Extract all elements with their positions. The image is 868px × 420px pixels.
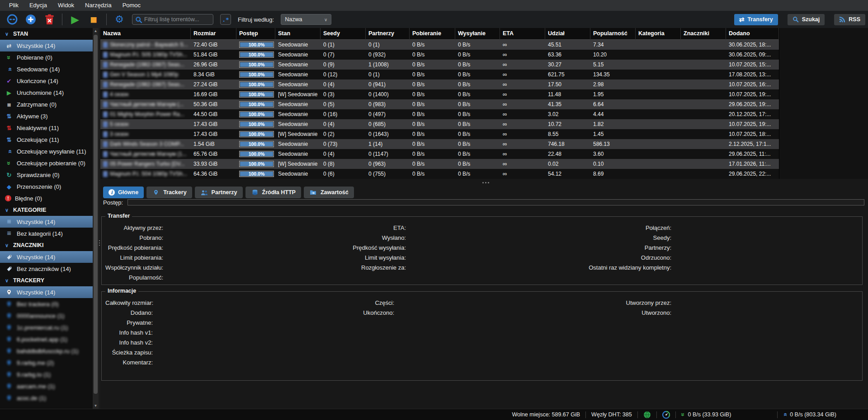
sidebar-item[interactable]: ≡Bez kategorii (14) bbox=[0, 228, 93, 239]
add-torrent-file-button[interactable] bbox=[25, 14, 37, 25]
sidebar-item[interactable]: ✔Ukończone (14) bbox=[0, 75, 93, 87]
torrent-row[interactable]: Słoneczny patrol - Baywatch S...72.40 Gi… bbox=[100, 40, 779, 50]
scrollbar-thumb[interactable] bbox=[94, 35, 98, 394]
add-torrent-link-button[interactable] bbox=[6, 14, 18, 25]
sidebar-item[interactable]: ⇅Aktywne (3) bbox=[0, 110, 93, 122]
torrent-row[interactable]: Magnum P.I. S04 1080p TVSh...64.36 GiB10… bbox=[100, 169, 779, 179]
column-header-eta[interactable]: ETA bbox=[500, 28, 545, 40]
torrent-row[interactable]: Renegade (1982-1987) Seas...26.96 GiB100… bbox=[100, 60, 779, 70]
column-header-nazwa[interactable]: Nazwa bbox=[100, 28, 191, 40]
torrent-row[interactable]: 05 Power Rangers Turbo [DV...33.93 GiB10… bbox=[100, 159, 779, 169]
column-header-dodano[interactable]: Dodano bbox=[726, 28, 779, 40]
sidebar-item[interactable]: ⇅Oczekujące (11) bbox=[0, 134, 93, 145]
column-header-partnerzy[interactable]: Partnerzy bbox=[366, 28, 410, 40]
torrent-row[interactable]: Частный детектив Магнум (1...65.76 GiB10… bbox=[100, 149, 779, 159]
column-header-rozmiar[interactable]: Rozmiar bbox=[191, 28, 236, 40]
column-header-kategoria[interactable]: Kategoria bbox=[636, 28, 681, 40]
column-header-seedy[interactable]: Seedy bbox=[321, 28, 366, 40]
scroll-down-icon[interactable]: ▼ bbox=[93, 404, 99, 408]
search-view-label: Szukaj bbox=[802, 16, 820, 23]
column-header-popularność[interactable]: Popularność bbox=[590, 28, 636, 40]
torrent-row[interactable]: 3 сезон17.43 GiB100.0%[W] Seedowanie0 (2… bbox=[100, 129, 779, 139]
torrent-row[interactable]: 4 сезон16.69 GiB100.0%[W] Seedowanie0 (3… bbox=[100, 89, 779, 99]
sidebar-item[interactable]: ◆Przenoszenie (0) bbox=[0, 181, 93, 192]
detail-label: Prędkość wysyłania: bbox=[270, 243, 406, 253]
connection-status-icon[interactable] bbox=[643, 411, 651, 419]
sidebar-item[interactable]: bahddbdbfuscckp.ru (1) bbox=[0, 345, 93, 357]
sidebar-item[interactable]: 6.pocketnet.app (1) bbox=[0, 333, 93, 345]
column-header-postęp[interactable]: Postęp bbox=[236, 28, 275, 40]
stop-torrents-button[interactable]: ■ bbox=[88, 14, 99, 25]
sidebar-item[interactable]: acoc.de (1) bbox=[0, 392, 93, 404]
download-speed-status[interactable]: » 0 B/s (33.93 GiB) bbox=[681, 411, 731, 418]
sidebar-item[interactable]: ⇅Nieaktywne (11) bbox=[0, 122, 93, 134]
tab-trackery[interactable]: Trackery bbox=[146, 187, 192, 198]
sidebar-item[interactable]: »Oczekujące pobieranie (0) bbox=[0, 157, 93, 169]
sidebar-item[interactable]: ≡Wszystkie (14) bbox=[0, 216, 93, 228]
torrent-row[interactable]: 5 сезон17.43 GiB100.0%Seedowanie0 (4)0 (… bbox=[100, 119, 779, 129]
filter-by-select[interactable]: Nazwa ∨ bbox=[281, 14, 331, 25]
tab-główne[interactable]: iGłówne bbox=[103, 187, 144, 198]
menu-item-pomoc[interactable]: Pomoc bbox=[117, 0, 146, 11]
cell-ratio: 63.36 bbox=[545, 50, 590, 60]
sidebar-item[interactable]: ⇄Wszystkie (14) bbox=[0, 40, 93, 51]
start-torrents-button[interactable]: ▶ bbox=[69, 14, 81, 25]
tab-partnerzy[interactable]: Partnerzy bbox=[195, 187, 243, 198]
moving-icon: ◆ bbox=[5, 183, 13, 190]
column-header-pobieranie[interactable]: Pobieranie bbox=[410, 28, 455, 40]
torrent-row[interactable]: 01 Mighty Morphin Power Ra...44.50 GiB10… bbox=[100, 109, 779, 119]
torrent-row[interactable]: Renegade (1982-1987) Seas...27.24 GiB100… bbox=[100, 79, 779, 89]
tab-źródła-http[interactable]: Źródła HTTP bbox=[245, 187, 301, 198]
torrent-filter-input[interactable] bbox=[144, 16, 210, 23]
sidebar-item[interactable]: !Błędne (0) bbox=[0, 192, 93, 204]
cell-name: Gen V Season 1 Mp4 1080p bbox=[100, 70, 191, 79]
qbittorrent-window: PlikEdycjaWidokNarzędziaPomoc ▶ ■ ⚙ .* F… bbox=[0, 0, 868, 420]
sidebar-item[interactable]: 0000announce (1) bbox=[0, 310, 93, 322]
upload-speed-status[interactable]: » 0 B/s (803.34 GiB) bbox=[783, 411, 836, 418]
sidebar-item[interactable]: ↻Sprawdzanie (0) bbox=[0, 169, 93, 181]
rss-view-button[interactable]: RSS bbox=[834, 14, 865, 25]
options-button[interactable]: ⚙ bbox=[113, 14, 125, 25]
menu-item-plik[interactable]: Plik bbox=[4, 0, 24, 11]
column-header-udział[interactable]: Udział bbox=[545, 28, 590, 40]
column-header-stan[interactable]: Stan bbox=[275, 28, 321, 40]
sidebar-section-trackery[interactable]: ∨TRACKERY bbox=[0, 275, 93, 286]
delete-torrent-button[interactable] bbox=[43, 14, 55, 25]
cell-up-speed: 0 B/s bbox=[455, 159, 500, 169]
menu-item-narzędzia[interactable]: Narzędzia bbox=[80, 0, 117, 11]
filter-pattern-toggle[interactable]: .* bbox=[220, 14, 231, 25]
menu-item-widok[interactable]: Widok bbox=[52, 0, 80, 11]
sidebar-item[interactable]: aarcam.me (1) bbox=[0, 380, 93, 392]
sidebar-item[interactable]: 9.rarbg.to (1) bbox=[0, 369, 93, 380]
sidebar-item-label: Bez kategorii (14) bbox=[17, 230, 63, 237]
sidebar-item[interactable]: Wszystkie (14) bbox=[0, 251, 93, 263]
scroll-up-icon[interactable]: ▲ bbox=[93, 29, 99, 33]
search-view-button[interactable]: Szukaj bbox=[788, 14, 825, 25]
menu-item-edycja[interactable]: Edycja bbox=[24, 0, 52, 11]
sidebar-item[interactable]: Bez trackera (0) bbox=[0, 298, 93, 310]
sidebar-section-stan[interactable]: ∨STAN bbox=[0, 28, 93, 40]
sidebar-item[interactable]: Bez znaczników (14) bbox=[0, 263, 93, 275]
torrent-row[interactable]: Dark Winds Season 3 COMP...1.54 GiB100.0… bbox=[100, 139, 779, 149]
sidebar-item[interactable]: »Pobierane (0) bbox=[0, 51, 93, 63]
tab-zawartość[interactable]: Zawartość bbox=[304, 187, 354, 198]
transfers-view-button[interactable]: ⇄ Transfery bbox=[734, 14, 778, 25]
sidebar-item[interactable]: Wszystkie (14) bbox=[0, 286, 93, 298]
sidebar-scrollbar[interactable]: ▲ ▼ bbox=[93, 28, 99, 409]
torrent-row[interactable]: Magnum P.I. S05 1080p TVSh...51.84 GiB10… bbox=[100, 50, 779, 60]
column-header-znaczniki[interactable]: Znaczniki bbox=[681, 28, 726, 40]
torrent-row[interactable]: Частный детектив Магнум (...50.36 GiB100… bbox=[100, 99, 779, 109]
sidebar-item[interactable]: ▶Uruchomione (14) bbox=[0, 87, 93, 98]
sidebar-section-znaczniki[interactable]: ∨ZNACZNIKI bbox=[0, 239, 93, 251]
sidebar-item[interactable]: »Oczekujące wysyłanie (11) bbox=[0, 145, 93, 157]
column-header-wysyłanie[interactable]: Wysyłanie bbox=[455, 28, 500, 40]
alt-speed-toggle-icon[interactable] bbox=[662, 411, 670, 419]
cell-name: Частный детектив Магнум (... bbox=[100, 99, 191, 109]
sidebar-section-kategorie[interactable]: ∨KATEGORIE bbox=[0, 204, 93, 216]
sidebar-item[interactable]: »Seedowane (14) bbox=[0, 63, 93, 75]
panel-splitter[interactable] bbox=[100, 179, 868, 186]
torrent-row[interactable]: Gen V Season 1 Mp4 1080p8.34 GiB100.0%Se… bbox=[100, 70, 779, 79]
sidebar-item[interactable]: 9.rarbg.me (2) bbox=[0, 357, 93, 369]
sidebar-item[interactable]: 1c.premiercat.ru (1) bbox=[0, 322, 93, 333]
sidebar-item[interactable]: ■Zatrzymane (0) bbox=[0, 98, 93, 110]
